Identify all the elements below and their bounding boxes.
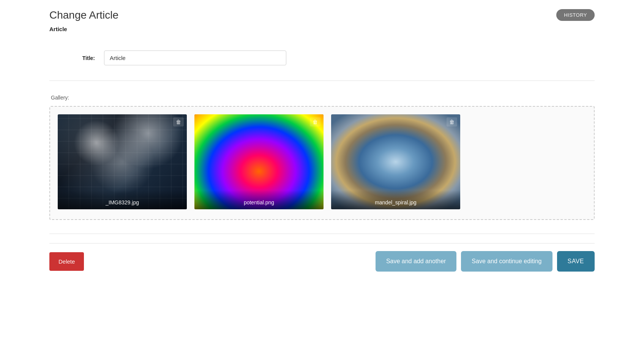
title-label: Title: <box>49 55 95 61</box>
section-label: Article <box>49 26 118 32</box>
delete-button[interactable]: Delete <box>49 252 84 271</box>
gallery-item-delete-1[interactable]: 🗑 <box>173 117 184 126</box>
page-wrapper: Change Article Article HISTORY Title: Ga… <box>37 0 607 284</box>
gallery-item-name-3: mandel_spiral.jpg <box>336 199 456 205</box>
title-input[interactable] <box>104 51 286 65</box>
history-button[interactable]: HISTORY <box>556 9 595 21</box>
gallery-section: Gallery: _IMG8329.jpg 🗑 potential.png 🗑 <box>49 88 595 226</box>
gallery-item-delete-2[interactable]: 🗑 <box>310 117 320 126</box>
gallery-label: Gallery: <box>49 95 595 101</box>
gallery-item-1[interactable]: _IMG8329.jpg 🗑 <box>58 114 187 209</box>
gallery-item-delete-3[interactable]: 🗑 <box>447 117 457 126</box>
section-divider <box>49 81 595 81</box>
gallery-item-3[interactable]: mandel_spiral.jpg 🗑 <box>331 114 460 209</box>
gallery-item-overlay-3: mandel_spiral.jpg <box>331 190 460 209</box>
footer-divider <box>49 234 595 234</box>
gallery-item-2[interactable]: potential.png 🗑 <box>194 114 324 209</box>
page-header: Change Article Article HISTORY <box>49 9 595 40</box>
save-button[interactable]: SAVE <box>557 251 595 272</box>
gallery-item-name-2: potential.png <box>199 199 319 205</box>
gallery-item-overlay-1: _IMG8329.jpg <box>58 190 187 209</box>
save-continue-button[interactable]: Save and continue editing <box>461 251 552 272</box>
header-left: Change Article Article <box>49 9 118 40</box>
gallery-dropzone[interactable]: _IMG8329.jpg 🗑 potential.png 🗑 mandel_sp… <box>49 106 595 220</box>
save-add-button[interactable]: Save and add another <box>376 251 456 272</box>
action-buttons: Save and add another Save and continue e… <box>376 251 595 272</box>
gallery-item-overlay-2: potential.png <box>194 190 324 209</box>
page-title: Change Article <box>49 9 118 21</box>
footer-bar: Delete Save and add another Save and con… <box>49 243 595 275</box>
title-field-row: Title: <box>49 46 595 73</box>
gallery-item-name-1: _IMG8329.jpg <box>62 199 182 205</box>
